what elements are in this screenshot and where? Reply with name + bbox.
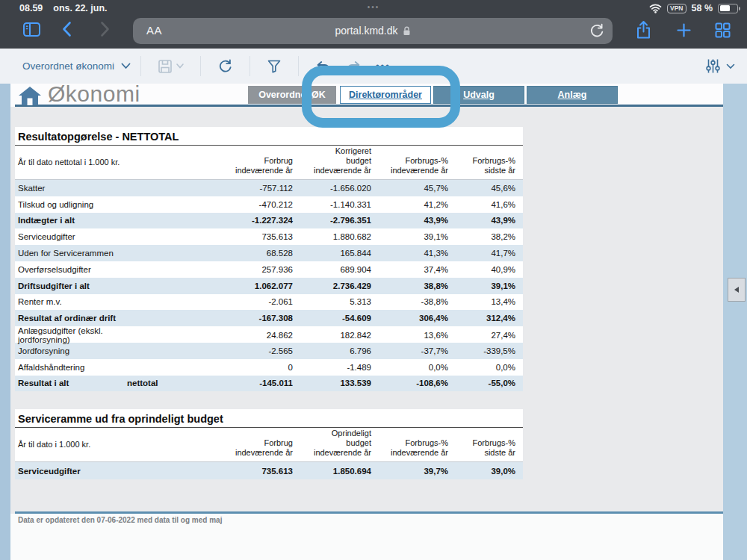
row-cell: -1.656.020 xyxy=(293,184,371,193)
sidebar-toggle-icon[interactable] xyxy=(22,21,41,38)
new-tab-icon[interactable] xyxy=(676,22,692,38)
row-cell: 45,7% xyxy=(371,184,448,193)
row-cell: 43,9% xyxy=(371,216,448,225)
row-cell: 68.528 xyxy=(214,249,293,258)
row-cell: 312,4% xyxy=(448,314,515,323)
left-edge-strip xyxy=(0,84,10,560)
toolbar-divider xyxy=(298,56,299,76)
row-cell: 39,7% xyxy=(371,467,448,476)
row-label: Affaldshåndtering xyxy=(18,363,127,372)
row-cell: 0,0% xyxy=(371,363,448,372)
row-label: Driftsudgifter i alt xyxy=(18,281,127,290)
table-row: Overførselsudgifter257.936689.90437,4%40… xyxy=(15,261,523,278)
table-row: Resultat i altnettotal-145.011133.539-10… xyxy=(15,376,523,392)
table-header: År til dato i 1.000 kr. Forbrug indevære… xyxy=(15,428,523,462)
chevron-down-icon xyxy=(726,63,735,69)
row-cell: 41,7% xyxy=(448,249,515,258)
column-header: Korrigeret budget indeværende år xyxy=(293,146,371,179)
row-cell: -55,0% xyxy=(448,379,515,388)
column-header: Forbrug indeværende år xyxy=(214,438,293,461)
row-cell: 41,6% xyxy=(448,200,515,209)
column-header: Oprindeligt budget indeværende år xyxy=(293,429,371,461)
row-cell: -2.061 xyxy=(214,297,293,306)
row-label: Resultat i alt xyxy=(18,379,127,388)
service-table: Serviceramme ud fra oprindeligt budget Å… xyxy=(15,409,523,479)
address-bar[interactable]: AA portal.kmd.dk xyxy=(133,18,613,44)
row-cell: -470.212 xyxy=(214,200,293,209)
row-cell: 40,9% xyxy=(448,265,515,274)
reload-icon[interactable] xyxy=(589,22,605,42)
page-title: Økonomi xyxy=(48,81,140,107)
right-edge-strip xyxy=(723,84,747,560)
tab-anlaeg[interactable]: Anlæg xyxy=(527,86,618,104)
view-selector-dropdown[interactable]: Overordnet økonomi xyxy=(22,60,131,72)
battery-percent: 58 % xyxy=(692,3,713,13)
table-row: Anlægsudgifter (ekskl. jordforsyning)24.… xyxy=(15,326,523,343)
row-cell: 1.062.077 xyxy=(214,281,293,290)
table-title: Serviceramme ud fra oprindeligt budget xyxy=(15,409,523,428)
chevron-down-icon xyxy=(176,63,184,69)
row-cell: 133.539 xyxy=(293,379,371,388)
column-header: Forbrug indeværende år xyxy=(214,156,293,179)
column-header: Forbrugs-% sidste år xyxy=(448,156,515,179)
row-cell: 43,9% xyxy=(448,216,515,225)
table-row: Renter m.v.-2.0615.313-38,8%13,4% xyxy=(15,294,523,311)
table-header: År til dato nettotal i 1.000 kr. Forbrug… xyxy=(15,146,523,180)
table-row: Tilskud og udligning-470.212-1.140.33141… xyxy=(15,196,523,213)
row-label: Serviceudgifter xyxy=(18,467,127,476)
share-icon[interactable] xyxy=(635,19,652,40)
row-label: Overførselsudgifter xyxy=(18,265,127,274)
row-cell: 38,8% xyxy=(371,281,448,290)
row-label: Jordforsyning xyxy=(18,346,127,355)
result-table: Resultatopgørelse - NETTOTAL År til dato… xyxy=(15,127,523,391)
settings-dropdown[interactable] xyxy=(706,49,735,84)
row-cell: 24.862 xyxy=(214,331,293,340)
lock-icon xyxy=(403,26,411,38)
table-body: Serviceudgifter735.6131.850.69439,7%39,0… xyxy=(15,462,523,479)
panel-expander[interactable] xyxy=(728,278,746,302)
row-label: Indtægter i alt xyxy=(18,216,127,225)
table-row: Skatter-757.112-1.656.02045,7%45,6% xyxy=(15,180,523,196)
back-button[interactable] xyxy=(60,20,73,38)
row-cell: 39,1% xyxy=(448,281,515,290)
table-row: Driftsudgifter i alt1.062.0772.736.42938… xyxy=(15,278,523,294)
toolbar-divider xyxy=(200,56,201,76)
row-cell: -757.112 xyxy=(214,184,293,193)
row-cell: 45,6% xyxy=(448,184,515,193)
row-cell: -1.489 xyxy=(293,363,371,372)
row-cell: 689.904 xyxy=(293,265,371,274)
row-cell: -2.565 xyxy=(214,346,293,355)
save-button[interactable] xyxy=(151,59,190,74)
tab-overview-icon[interactable] xyxy=(714,22,731,39)
row-cell: -1.227.324 xyxy=(214,216,293,225)
row-cell: 13,4% xyxy=(448,297,515,306)
filter-button[interactable] xyxy=(260,59,288,74)
highlight-ring-annotation xyxy=(302,66,460,128)
row-cell: -145.011 xyxy=(214,379,293,388)
row-cell: 39,0% xyxy=(448,467,515,476)
row-cell: 257.936 xyxy=(214,265,293,274)
vpn-badge: VPN xyxy=(667,4,686,13)
row-label: Resultat af ordinær drift xyxy=(18,314,127,323)
refresh-button[interactable] xyxy=(211,58,240,74)
url-field[interactable]: portal.kmd.dk xyxy=(133,25,613,38)
column-header: Forbrugs-% indeværende år xyxy=(371,438,448,461)
row-cell: 735.613 xyxy=(214,232,293,241)
row-cell: 38,2% xyxy=(448,232,515,241)
multitask-handle[interactable]: ••• xyxy=(0,3,747,11)
forward-button[interactable] xyxy=(99,20,112,38)
row-cell: -167.308 xyxy=(214,314,293,323)
row-cell: nettotal xyxy=(127,379,214,388)
row-label: Renter m.v. xyxy=(18,297,127,306)
column-header: Forbrugs-% indeværende år xyxy=(371,156,448,179)
wifi-icon xyxy=(649,4,662,13)
table-title: Resultatopgørelse - NETTOTAL xyxy=(15,127,523,146)
row-label: Serviceudgifter xyxy=(18,232,127,241)
row-cell: 182.842 xyxy=(293,331,371,340)
table-row: Serviceudgifter735.6131.850.69439,7%39,0… xyxy=(15,462,523,479)
home-icon[interactable] xyxy=(18,86,42,109)
table-row: Resultat af ordinær drift-167.308-54.609… xyxy=(15,310,523,326)
arrow-left-icon xyxy=(734,287,739,293)
row-cell: 1.880.682 xyxy=(293,232,371,241)
row-cell: 5.313 xyxy=(293,297,371,306)
